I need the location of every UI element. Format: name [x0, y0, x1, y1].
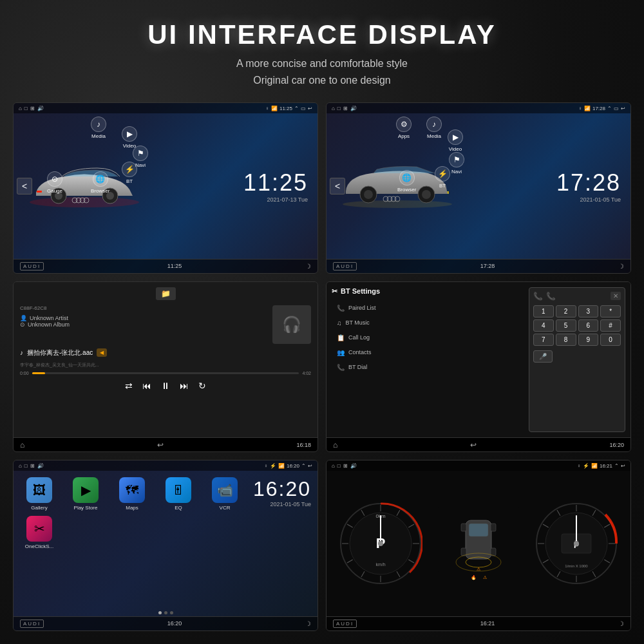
- s2-menu-media[interactable]: ♪ Media: [426, 117, 442, 139]
- music-back-btn[interactable]: ↩: [157, 440, 164, 450]
- screen6-status-right: ♀ ⚡ 📶 16:21 ⌃ ↩: [577, 463, 625, 469]
- screen4-container: ✂ BT Settings 📞 Paired List ♫ BT Music: [326, 281, 631, 453]
- app-row-1: 🖼 Gallery ▶ Play Store 🗺 Maps: [20, 477, 247, 511]
- s2-menu-browser[interactable]: 🌐 Browser: [397, 170, 416, 193]
- header: UI INTERFACE DISPLAY A more concise and …: [147, 19, 497, 88]
- app-maps[interactable]: 🗺 Maps: [113, 477, 151, 511]
- app-gallery[interactable]: 🖼 Gallery: [20, 477, 59, 511]
- prev-btn[interactable]: ⏮: [142, 381, 151, 391]
- dialpad-close-btn[interactable]: ✕: [611, 292, 621, 300]
- next-btn[interactable]: ⏭: [180, 381, 189, 391]
- app-vcr[interactable]: 📹 VCR: [205, 477, 244, 511]
- screen4-bt: ✂ BT Settings 📞 Paired List ♫ BT Music: [327, 282, 630, 452]
- screen6-bottom-bar: AUDI 16:21 ☽: [327, 616, 630, 630]
- dial-hash[interactable]: #: [600, 319, 621, 332]
- bt-label: BT: [126, 178, 133, 184]
- maps-icon: 🗺: [119, 477, 145, 503]
- dial-6[interactable]: 6: [578, 319, 599, 332]
- screen2-time: 17:28: [556, 169, 621, 196]
- menu-media[interactable]: ♪ Media: [91, 117, 106, 139]
- dial-1[interactable]: 1: [533, 305, 554, 317]
- screen1-back[interactable]: <: [17, 180, 32, 192]
- screen6-logo: AUDI: [333, 620, 357, 628]
- bt-call-log[interactable]: 📋 Call Log: [332, 332, 522, 344]
- screen2-back[interactable]: <: [330, 180, 345, 192]
- screen6-container: ⌂ □ ⊞ 🔊 ♀ ⚡ 📶 16:21 ⌃ ↩: [326, 460, 631, 631]
- music-home-btn[interactable]: ⌂: [20, 440, 24, 450]
- navi-icon: ⚑: [133, 146, 148, 161]
- square-icon: □: [24, 106, 28, 111]
- mic-btn[interactable]: 🎤: [533, 350, 553, 363]
- screen2-status-left: ⌂ □ ⊞ 🔊: [332, 106, 357, 111]
- s5-home-icon: ⌂: [19, 463, 22, 469]
- dial-9[interactable]: 9: [578, 334, 599, 346]
- progress-fill: [32, 372, 46, 374]
- bt-paired-list[interactable]: 📞 Paired List: [332, 302, 522, 314]
- apps-date: 2021-01-05 Tue: [253, 501, 311, 507]
- bt-menu: ✂ BT Settings 📞 Paired List ♫ BT Music: [332, 287, 522, 433]
- s2-menu-icon: ⊞: [343, 106, 348, 111]
- menu-bt[interactable]: ⚡ BT: [122, 162, 137, 184]
- music-bottom-bar: ⌂ ↩ 16:18: [14, 437, 317, 451]
- dial-5[interactable]: 5: [556, 319, 576, 332]
- s2-menu-apps[interactable]: ⚙ Apps: [396, 117, 412, 139]
- dial-8[interactable]: 8: [556, 334, 576, 346]
- bt-settings-icon: ✂: [332, 287, 337, 296]
- music-body: 📁 C88F-62C8 👤 Unknown Artist: [14, 282, 317, 438]
- play-pause-btn[interactable]: ⏸: [161, 381, 170, 391]
- dial-star[interactable]: *: [600, 305, 621, 317]
- speed-gauge-svg: 0km P km/h: [339, 502, 422, 585]
- dial-7[interactable]: 7: [533, 334, 554, 346]
- speedometer: 0km P km/h: [339, 502, 422, 585]
- svg-rect-43: [491, 524, 496, 531]
- screen1-container: ⌂ □ ⊞ 🔊 ♀ 📶 11:25 ⌃ ▭ ↩: [13, 102, 318, 274]
- app-playstore[interactable]: ▶ Play Store: [66, 477, 105, 511]
- menu-browser[interactable]: 🌐 Browser: [91, 171, 109, 194]
- s6-expand-icon: ⌃: [614, 463, 619, 469]
- shuffle-btn[interactable]: ⇄: [125, 381, 133, 391]
- subtitle-line1: A more concise and comfortable style: [147, 55, 497, 72]
- media-label: Media: [91, 133, 106, 139]
- s2-menu-navi[interactable]: ⚑ Navi: [449, 152, 464, 175]
- gallery-label: Gallery: [31, 505, 47, 511]
- apps-body: 🖼 Gallery ▶ Play Store 🗺 Maps: [14, 471, 317, 609]
- file-info: C88F-62C8: [20, 305, 272, 311]
- screen5-bottom-time: 16:20: [167, 620, 182, 627]
- s5-wifi-icon: ⚡: [270, 463, 276, 469]
- artist-icon: 👤: [20, 315, 27, 321]
- dial-3[interactable]: 3: [578, 305, 599, 317]
- screen2-bottom-bar: AUDI 17:28 ☽: [327, 259, 630, 273]
- bt-back-btn[interactable]: ↩: [470, 440, 477, 450]
- screen2-logo: AUDI: [333, 262, 357, 270]
- playstore-label: Play Store: [74, 505, 98, 511]
- call-answer-btn[interactable]: 📞: [533, 292, 543, 301]
- apps-clock: 16:20 2021-01-05 Tue: [253, 477, 311, 603]
- bt-home-btn[interactable]: ⌂: [333, 440, 337, 450]
- artist-album: 👤 Unknown Artist ⊙ Unknown Album: [20, 315, 272, 328]
- progress-container: 0:00 4:02: [20, 371, 311, 375]
- call-end-btn[interactable]: 📞: [546, 292, 556, 301]
- menu-icon: ⊞: [30, 106, 35, 111]
- app-eq[interactable]: 🎚 EQ: [159, 477, 198, 511]
- s2-bt-label: BT: [439, 183, 446, 189]
- app-oneclicks[interactable]: ✂ OneClickS...: [20, 516, 59, 549]
- screen1-date: 2021-07-13 Tue: [243, 196, 308, 203]
- warning-icon: ⚠: [483, 575, 487, 580]
- repeat-btn[interactable]: ↻: [198, 381, 206, 391]
- screen1-logo: AUDI: [20, 262, 44, 270]
- s2-menu-video[interactable]: ▶ Video: [448, 129, 463, 152]
- progress-bar[interactable]: [32, 372, 299, 374]
- menu-gauge[interactable]: ⊙ Gauge: [47, 171, 62, 194]
- bt-dial[interactable]: 📞 BT Dial: [332, 361, 522, 374]
- track-scroll-btn[interactable]: ◀: [97, 348, 107, 357]
- screen3-container: 📁 C88F-62C8 👤 Unknown Artist: [13, 281, 318, 453]
- dial-2[interactable]: 2: [556, 305, 576, 317]
- s2-menu-bt[interactable]: ⚡ BT: [435, 166, 450, 189]
- dial-4[interactable]: 4: [533, 319, 554, 332]
- dial-0[interactable]: 0: [600, 334, 621, 346]
- screen2-home: ⌂ □ ⊞ 🔊 ♀ 📶 17:28 ⌃ ▭ ↩: [327, 103, 630, 273]
- bt-contacts[interactable]: 👥 Contacts: [332, 346, 522, 359]
- s5-menu-icon: ⊞: [30, 463, 35, 469]
- screen2-status-time: 17:28: [592, 106, 605, 111]
- bt-music[interactable]: ♫ BT Music: [332, 317, 522, 329]
